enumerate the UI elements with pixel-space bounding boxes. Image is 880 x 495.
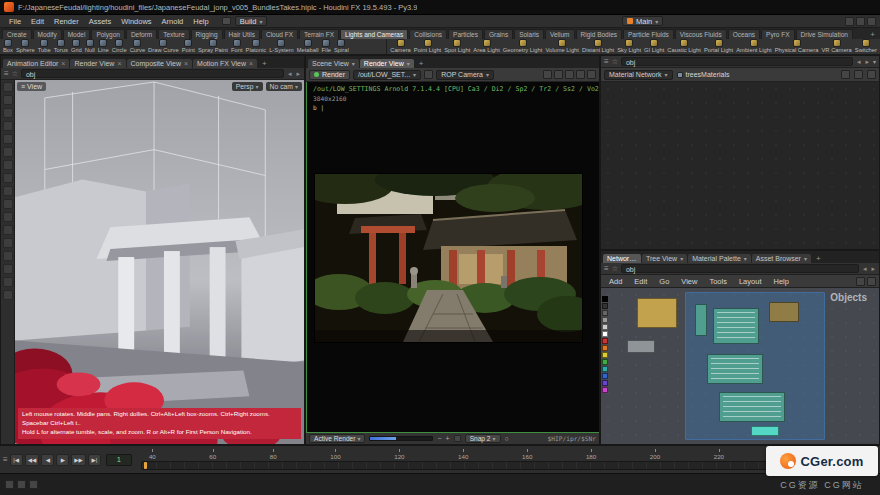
render-display[interactable]: /out/LOW_SETTINGS Arnold 7.1.4.4 [CPU] C… bbox=[306, 82, 599, 433]
shelf-tab[interactable]: Particle Fluids bbox=[623, 29, 674, 39]
shelf-tool[interactable]: L-System bbox=[269, 39, 293, 53]
close-icon[interactable]: × bbox=[117, 60, 121, 67]
gear-icon[interactable] bbox=[854, 70, 863, 79]
hamburger-icon[interactable]: ≡ bbox=[4, 69, 9, 78]
shelf-tool[interactable]: Platonic bbox=[246, 39, 267, 53]
message-log-icon[interactable] bbox=[5, 480, 14, 489]
palette-swatch[interactable] bbox=[602, 366, 608, 372]
pane-tab[interactable]: Tree View▾ bbox=[642, 254, 687, 263]
network-node[interactable] bbox=[637, 298, 677, 328]
shelf-tool[interactable]: Point bbox=[182, 39, 195, 53]
viewport-tool-icon[interactable] bbox=[3, 95, 13, 105]
pane-tab[interactable]: Motion FX View × bbox=[193, 59, 257, 68]
desktop-selector[interactable]: Build ▾ bbox=[235, 16, 268, 26]
network-node[interactable] bbox=[695, 304, 707, 336]
pin-icon[interactable]: ☆ bbox=[612, 265, 618, 273]
network-menu-item[interactable]: Tools bbox=[704, 277, 732, 286]
viewport-tool-icon[interactable] bbox=[3, 108, 13, 118]
star-icon[interactable] bbox=[841, 70, 850, 79]
shelf-tool[interactable]: Camera bbox=[390, 39, 411, 53]
palette-swatch[interactable] bbox=[602, 380, 608, 386]
palette-swatch[interactable] bbox=[602, 324, 608, 330]
viewport-tool-icon[interactable] bbox=[3, 134, 13, 144]
aov-icon[interactable] bbox=[565, 70, 574, 79]
palette-swatch[interactable] bbox=[602, 303, 608, 309]
pane-tab-active[interactable]: Network View bbox=[603, 254, 641, 263]
network-menu-item[interactable]: Go bbox=[654, 277, 674, 286]
palette-swatch[interactable] bbox=[602, 338, 608, 344]
play-reverse-button[interactable]: ◀ bbox=[41, 454, 54, 466]
viewport[interactable]: ≡ View Persp▾ No cam▾ Left mouse rotates… bbox=[15, 80, 304, 444]
add-pane-tab-icon[interactable]: + bbox=[259, 59, 270, 68]
pane-tab-active[interactable]: Render View▾ bbox=[360, 59, 414, 68]
shelf-tab[interactable]: Drive Simulation bbox=[796, 29, 853, 39]
shelf-tool[interactable]: Grid bbox=[71, 39, 82, 53]
step-back-button[interactable]: ◀◀ bbox=[25, 454, 40, 466]
shelf-tab[interactable]: Collisions bbox=[409, 29, 447, 39]
shelf-tab[interactable]: Cloud FX bbox=[261, 29, 298, 39]
play-button[interactable]: ▶ bbox=[56, 454, 69, 466]
history-forward-icon[interactable]: ▸ bbox=[870, 265, 876, 273]
shelf-tab[interactable]: Texture bbox=[158, 29, 189, 39]
shelf-tab[interactable]: Particles bbox=[448, 29, 483, 39]
viewport-tool-icon[interactable] bbox=[3, 199, 13, 209]
shelf-tool[interactable]: Circle bbox=[112, 39, 127, 53]
pane-tab[interactable]: Material Palette▾ bbox=[688, 254, 751, 263]
menu-item[interactable]: File bbox=[4, 17, 26, 26]
shelf-tab[interactable]: Terrain FX bbox=[299, 29, 339, 39]
shelf-tool[interactable]: Null bbox=[85, 39, 95, 53]
shelf-tool[interactable]: Switcher bbox=[855, 39, 877, 53]
take-selector[interactable]: Main ▾ bbox=[622, 16, 663, 26]
pane-tab[interactable]: Asset Browser▾ bbox=[752, 254, 811, 263]
network-node[interactable] bbox=[707, 354, 763, 384]
render-camera-selector[interactable]: ROP Camera▾ bbox=[436, 70, 494, 80]
network-menu-item[interactable]: Layout bbox=[734, 277, 767, 286]
current-frame-field[interactable]: 1 bbox=[106, 454, 132, 466]
playbar-menu-icon[interactable]: ≡ bbox=[3, 455, 8, 464]
path-field[interactable]: obj bbox=[621, 57, 853, 66]
shelf-tool[interactable]: Sky Light bbox=[617, 39, 641, 53]
close-icon[interactable]: × bbox=[61, 60, 65, 67]
network-canvas[interactable]: Objects bbox=[601, 288, 879, 444]
viewport-tool-icon[interactable] bbox=[3, 225, 13, 235]
shelf-tool[interactable]: Spiral bbox=[334, 39, 349, 53]
shelf-tool[interactable]: Point Light bbox=[414, 39, 441, 53]
palette-swatch[interactable] bbox=[602, 373, 608, 379]
palette-swatch[interactable] bbox=[602, 296, 608, 302]
path-field[interactable]: obj bbox=[621, 264, 859, 273]
viewport-menu[interactable]: ≡ View bbox=[17, 82, 46, 91]
add-shelf-icon[interactable]: + bbox=[867, 30, 878, 39]
shelf-tool[interactable]: Distant Light bbox=[582, 39, 614, 53]
render-button[interactable]: Render bbox=[309, 70, 350, 80]
pane-tab[interactable]: Scene View▾ bbox=[308, 59, 359, 68]
camera-icon[interactable] bbox=[856, 277, 865, 286]
viewport-tool-icon[interactable] bbox=[3, 264, 13, 274]
shelf-tab[interactable]: Oceans bbox=[728, 29, 760, 39]
network-node[interactable] bbox=[751, 426, 779, 436]
shelf-tool[interactable]: Tube bbox=[38, 39, 51, 53]
plus-icon[interactable] bbox=[587, 70, 596, 79]
shelf-tab[interactable]: Deform bbox=[126, 29, 157, 39]
persp-selector[interactable]: Persp▾ bbox=[232, 82, 263, 91]
viewport-tool-icon[interactable] bbox=[3, 82, 13, 92]
history-back-icon[interactable]: ◂ bbox=[287, 70, 293, 78]
network-node[interactable] bbox=[713, 308, 759, 344]
history-forward-icon[interactable]: ▸ bbox=[864, 58, 870, 66]
shelf-tab[interactable]: Modify bbox=[33, 29, 62, 39]
pin-icon[interactable]: ☆ bbox=[612, 58, 618, 66]
shelf-tab[interactable]: Create bbox=[2, 29, 32, 39]
shelf-tool[interactable]: GI Light bbox=[644, 39, 664, 53]
clock-icon[interactable]: ○ bbox=[505, 435, 509, 442]
zoom-out-icon[interactable]: − bbox=[437, 435, 441, 442]
palette-swatch[interactable] bbox=[602, 345, 608, 351]
shelf-tool[interactable]: Area Light bbox=[473, 39, 499, 53]
grid-icon[interactable] bbox=[454, 435, 461, 442]
rop-selector[interactable]: /out/LOW_SET...▾ bbox=[353, 70, 421, 80]
palette-swatch[interactable] bbox=[602, 359, 608, 365]
shelf-tab-active[interactable]: Lights and Cameras bbox=[340, 29, 408, 39]
region-icon[interactable] bbox=[543, 70, 552, 79]
shelf-tab[interactable]: Rigid Bodies bbox=[576, 29, 623, 39]
shelf-tool[interactable]: Box bbox=[3, 39, 13, 53]
help-icon[interactable] bbox=[867, 17, 876, 26]
viewport-tool-icon[interactable] bbox=[3, 277, 13, 287]
